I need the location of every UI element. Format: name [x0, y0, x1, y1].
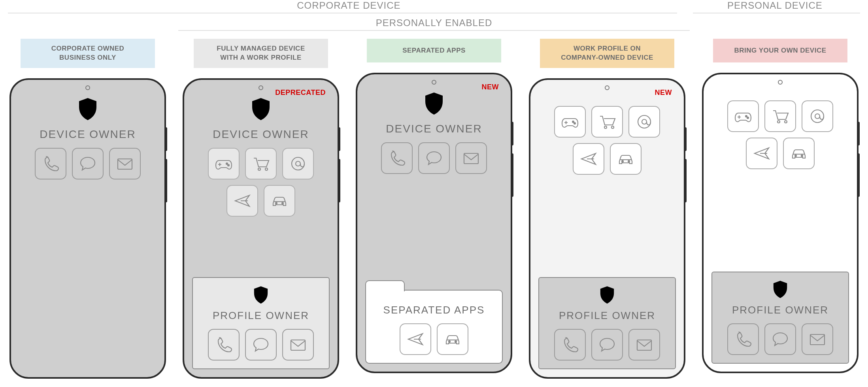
pill-fully-managed-wp: FULLY MANAGED DEVICE WITH A WORK PROFILE — [194, 39, 328, 68]
separated-apps-label: SEPARATED APPS — [383, 304, 485, 316]
plane-icon — [573, 143, 604, 175]
chat-icon — [245, 329, 277, 361]
at-icon — [802, 100, 833, 132]
mail-icon — [802, 323, 833, 355]
mail-icon — [628, 329, 660, 361]
col-fully-managed-wp: FULLY MANAGED DEVICE WITH A WORK PROFILE… — [181, 39, 341, 379]
phone-wp-company-owned: NEW PROFILE OWNER — [529, 78, 685, 379]
cart-icon — [591, 106, 623, 138]
car-icon — [783, 138, 815, 169]
top-category-row: CORPORATE DEVICE PERSONAL DEVICE — [8, 0, 860, 11]
work-apps-grid — [544, 329, 670, 361]
deprecated-badge: DEPRECATED — [275, 89, 326, 97]
game-icon — [727, 100, 759, 132]
col-byod: BRING YOUR OWN DEVICE — [700, 39, 860, 379]
chat-icon — [764, 323, 796, 355]
shield-icon — [250, 96, 272, 123]
corporate-device-label: CORPORATE DEVICE — [8, 0, 690, 11]
separated-apps-grid — [371, 323, 497, 355]
phone-icon — [554, 329, 586, 361]
plane-icon — [400, 323, 431, 355]
work-apps-grid — [717, 323, 843, 355]
profile-owner-box: PROFILE OWNER — [192, 277, 330, 369]
shield-icon — [598, 285, 616, 306]
pill-separated-apps: SEPARATED APPS — [367, 39, 501, 62]
separated-apps-folder: SEPARATED APPS — [365, 290, 503, 364]
phone-byod: PROFILE OWNER — [702, 73, 859, 373]
phone-icon — [35, 148, 66, 179]
shield-icon — [77, 96, 99, 123]
phones-row: CORPORATE OWNED BUSINESS ONLY DEVICE OWN… — [8, 39, 860, 379]
shield-icon — [772, 279, 789, 301]
mail-icon — [282, 329, 314, 361]
personal-device-label: PERSONAL DEVICE — [690, 0, 860, 11]
phone-icon — [727, 323, 759, 355]
chat-icon — [591, 329, 623, 361]
pill-wp-company-owned: WORK PROFILE ON COMPANY-OWNED DEVICE — [540, 39, 674, 68]
car-icon — [264, 185, 295, 217]
car-icon — [437, 323, 468, 355]
car-icon — [610, 143, 642, 175]
profile-owner-box: PROFILE OWNER — [711, 272, 849, 364]
personally-enabled-label: PERSONALLY ENABLED — [178, 17, 690, 28]
chat-icon — [418, 142, 450, 174]
game-icon — [208, 148, 240, 179]
col-wp-company-owned: WORK PROFILE ON COMPANY-OWNED DEVICE NEW — [527, 39, 687, 379]
col-corporate-owned: CORPORATE OWNED BUSINESS ONLY DEVICE OWN… — [8, 39, 168, 379]
profile-owner-label: PROFILE OWNER — [559, 310, 655, 322]
mail-icon — [455, 142, 487, 174]
personal-apps-grid — [192, 148, 330, 217]
pill-corporate-owned: CORPORATE OWNED BUSINESS ONLY — [21, 39, 155, 68]
shield-icon — [252, 285, 270, 306]
cart-icon — [764, 100, 796, 132]
plane-icon — [746, 138, 777, 169]
work-apps-grid — [19, 148, 157, 179]
device-owner-label: DEVICE OWNER — [213, 128, 309, 141]
shield-icon — [423, 91, 445, 118]
device-owner-label: DEVICE OWNER — [386, 123, 482, 135]
new-badge: NEW — [482, 83, 499, 91]
profile-owner-label: PROFILE OWNER — [213, 310, 309, 322]
phone-fully-managed-wp: DEPRECATED DEVICE OWNER PR — [183, 78, 339, 379]
profile-owner-label: PROFILE OWNER — [732, 304, 828, 316]
new-badge: NEW — [655, 89, 672, 97]
phone-icon — [208, 329, 240, 361]
at-icon — [282, 148, 314, 179]
work-apps-grid — [365, 142, 503, 174]
chat-icon — [72, 148, 104, 179]
cart-icon — [245, 148, 277, 179]
diagram-root: CORPORATE DEVICE PERSONAL DEVICE PERSONA… — [0, 0, 868, 387]
work-apps-grid — [198, 329, 324, 361]
profile-owner-box: PROFILE OWNER — [538, 277, 676, 369]
plane-icon — [226, 185, 258, 217]
phone-separated-apps: NEW DEVICE OWNER SEPARATED APPS — [356, 73, 512, 373]
mail-icon — [109, 148, 141, 179]
col-separated-apps: SEPARATED APPS NEW DEVICE OWNER SEPARATE… — [354, 39, 514, 379]
at-icon — [628, 106, 660, 138]
personal-apps-grid — [711, 100, 849, 169]
personal-apps-grid — [538, 106, 676, 175]
phone-corporate-owned: DEVICE OWNER — [9, 78, 166, 379]
phone-icon — [381, 142, 413, 174]
device-owner-label: DEVICE OWNER — [40, 128, 136, 141]
game-icon — [554, 106, 586, 138]
pill-byod: BRING YOUR OWN DEVICE — [713, 39, 847, 62]
